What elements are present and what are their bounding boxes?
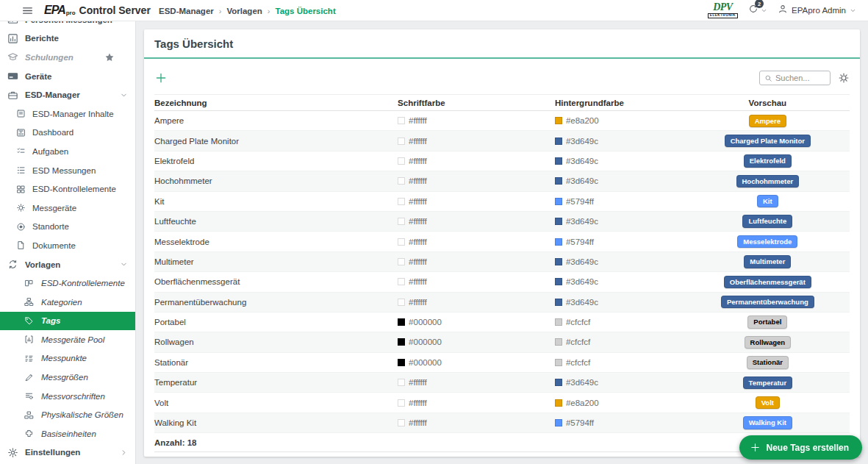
sidebar-item-label: Messgeräte: [32, 204, 76, 213]
sidebar-item-esd-manager-inhalte[interactable]: ESD-Manager Inhalte: [0, 104, 135, 124]
font-color-swatch: [398, 299, 405, 306]
breadcrumb-item[interactable]: ESD-Manager: [159, 7, 214, 15]
table-row[interactable]: Luftfeuchte#ffffff#3d649cLuftfeuchte: [154, 212, 850, 232]
tag-preview-badge: Walking Kit: [743, 416, 792, 429]
search-input[interactable]: [775, 74, 827, 82]
bg-color-swatch: [555, 138, 562, 145]
sidebar-item-kategorien[interactable]: Kategorien: [0, 293, 135, 312]
sidebar-item-vorlagen[interactable]: Vorlagen: [0, 255, 135, 274]
column-header-schriftfarbe[interactable]: Schriftfarbe: [398, 99, 555, 107]
sidebar-item-messvorschriften[interactable]: Messvorschriften: [0, 387, 135, 406]
sidebar-item-messger-te[interactable]: Messgeräte: [0, 199, 135, 218]
tag-preview-badge: Elektrofeld: [744, 154, 792, 167]
tag-name: Volt: [154, 399, 168, 407]
sidebar-item-messgr-en[interactable]: Messgrößen: [0, 368, 135, 387]
loop-icon: [7, 259, 18, 270]
table-row[interactable]: Rollwagen#000000#cfcfcfRollwagen: [154, 332, 850, 352]
sidebar-item-basiseinheiten[interactable]: Basiseinheiten: [0, 424, 135, 443]
tag-name: Walking Kit: [154, 418, 196, 427]
sync-button[interactable]: 2: [748, 4, 767, 17]
column-header-vorschau[interactable]: Vorschau: [686, 99, 850, 107]
font-color-swatch: [398, 157, 405, 165]
breadcrumb-back-icon[interactable]: [142, 6, 154, 16]
bg-color-swatch: [555, 218, 562, 225]
font-color-value: #ffffff: [409, 418, 427, 427]
table-row[interactable]: Walking Kit#ffffff#5794ffWalking Kit: [154, 413, 850, 433]
table-row[interactable]: Permanentüberwachung#ffffff#3d649cPerman…: [154, 293, 850, 313]
chevron-right-icon[interactable]: [120, 449, 128, 457]
column-header-bezeichnung[interactable]: Bezeichnung: [154, 99, 398, 107]
table-row[interactable]: Temperatur#ffffff#3d649cTemperatur: [154, 373, 850, 393]
breadcrumb-item[interactable]: Tags Übersicht: [275, 7, 335, 15]
create-tag-button[interactable]: Neue Tags erstellen: [739, 435, 863, 460]
device-icon: [7, 71, 18, 82]
table-row[interactable]: Charged Plate Monitor#ffffff#3d649cCharg…: [154, 131, 850, 151]
column-header-hintergrundfarbe[interactable]: Hintergrundfarbe: [555, 99, 686, 107]
sidebar-item-tags[interactable]: Tags: [0, 312, 135, 331]
sidebar-item-esd-manager[interactable]: ESD-Manager: [0, 85, 135, 104]
numbered-list-icon: [16, 165, 26, 175]
sidebar: Personen MessungenBerichteSchulungenGerä…: [0, 21, 136, 464]
sidebar-item-label: Messgrößen: [41, 373, 88, 382]
table-row[interactable]: Kit#ffffff#5794ffKit: [154, 192, 850, 212]
font-color-value: #ffffff: [409, 378, 427, 387]
sidebar-item-esd-messungen[interactable]: ESD Messungen: [0, 161, 135, 180]
tag-preview-badge: Luftfeuchte: [742, 215, 792, 227]
sidebar-item-schulungen[interactable]: Schulungen: [0, 48, 135, 67]
table-row[interactable]: Elektrofeld#ffffff#3d649cElektrofeld: [154, 151, 850, 171]
sidebar-item-label: ESD-Kontrollelemente: [41, 279, 125, 288]
sidebar-item-label: Tags: [41, 316, 60, 325]
add-tag-button[interactable]: [154, 71, 168, 85]
tag-preview-badge: Volt: [756, 396, 780, 409]
tag-preview-badge: Hochohmmeter: [736, 175, 800, 188]
app-logo: EPApro Control Server: [44, 4, 151, 17]
table-row[interactable]: Multimeter#ffffff#3d649cMultimeter: [154, 252, 850, 272]
logo-epa-text: EPA: [44, 4, 65, 17]
sidebar-item-ger-te[interactable]: Geräte: [0, 67, 135, 86]
sidebar-item-einstellungen[interactable]: Einstellungen: [0, 443, 135, 463]
sidebar-item-physikalische-gr-en[interactable]: Physikalische Größen: [0, 405, 135, 424]
table-row[interactable]: Ampere#ffffff#e8a200Ampere: [154, 111, 850, 131]
font-color-value: #ffffff: [409, 197, 427, 206]
breadcrumb-item[interactable]: Vorlagen: [226, 7, 262, 15]
sidebar-item-standorte[interactable]: Standorte: [0, 218, 135, 237]
sidebar-item-personen-messungen[interactable]: Personen Messungen: [0, 21, 135, 29]
sidebar-item-esd-kontrollelemente[interactable]: ESD-Kontrollelemente: [0, 274, 135, 293]
table-settings-icon[interactable]: [838, 72, 850, 84]
bg-color-value: #3d649c: [566, 137, 598, 146]
bg-color-value: #3d649c: [566, 176, 598, 185]
sidebar-item-dokumente[interactable]: Dokumente: [0, 236, 135, 255]
chevron-down-icon[interactable]: [120, 91, 128, 99]
sidebar-item-label: ESD Messungen: [32, 166, 96, 175]
table-row[interactable]: Oberflächenmessgerät#ffffff#3d649cOberfl…: [154, 272, 850, 292]
font-color-swatch: [398, 138, 405, 145]
bg-color-swatch: [555, 177, 562, 185]
table-row[interactable]: Messelektrode#ffffff#5794ffMesselektrode: [154, 232, 850, 251]
tag-name: Ampere: [154, 116, 184, 125]
plus-icon: [750, 442, 761, 453]
sidebar-item-label: Basiseinheiten: [41, 429, 96, 438]
search-box: [759, 71, 831, 85]
sidebar-item-label: Standorte: [32, 222, 69, 231]
table-row[interactable]: Stationär#000000#cfcfcfStationär: [154, 353, 850, 373]
sidebar-item-esd-kontrollelemente[interactable]: ESD-Kontrollelemente: [0, 179, 135, 199]
sidebar-item-dashboard[interactable]: Dashboard: [0, 124, 135, 143]
table-row[interactable]: Portabel#000000#cfcfcfPortabel: [154, 313, 850, 332]
person-icon: [778, 4, 788, 17]
table-row[interactable]: Hochohmmeter#ffffff#3d649cHochohmmeter: [154, 171, 850, 191]
bg-color-swatch: [555, 299, 562, 306]
table-row[interactable]: Volt#ffffff#e8a200Volt: [154, 393, 850, 413]
sidebar-item-messpunkte[interactable]: Messpunkte: [0, 349, 135, 368]
bg-color-value: #5794ff: [566, 238, 594, 246]
chevron-down-icon[interactable]: [120, 260, 128, 268]
tag-preview-badge: Oberflächenmessgerät: [724, 276, 811, 288]
bg-color-swatch: [555, 399, 562, 407]
menu-icon[interactable]: [21, 4, 34, 17]
sidebar-item-aufgaben[interactable]: Aufgaben: [0, 142, 135, 161]
sidebar-item-berichte[interactable]: Berichte: [0, 29, 135, 49]
bg-color-swatch: [555, 117, 562, 124]
list-gear-icon: [24, 391, 34, 401]
font-color-swatch: [398, 318, 405, 326]
user-menu[interactable]: EPApro Admin: [778, 4, 856, 17]
sidebar-item-messger-te-pool[interactable]: Messgeräte Pool: [0, 330, 135, 349]
